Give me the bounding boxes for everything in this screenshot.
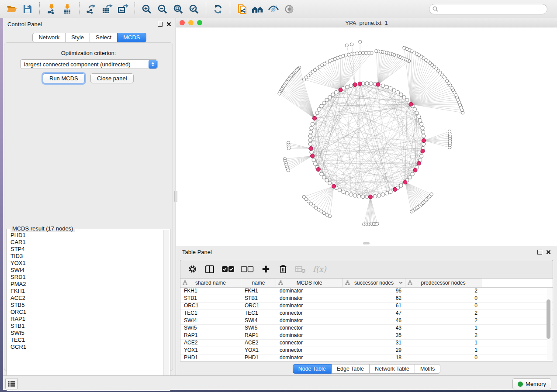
export-image-button[interactable]: [115, 2, 131, 16]
mcds-result-item[interactable]: PMA2: [7, 281, 164, 288]
add-column-button[interactable]: [260, 263, 271, 276]
mcds-result-item[interactable]: CAR1: [7, 239, 164, 246]
table-settings-button[interactable]: [187, 263, 198, 276]
table-row[interactable]: YOX1YOX1connector291: [180, 347, 553, 354]
home-button[interactable]: [250, 2, 266, 16]
network-hscroll-thumb[interactable]: [363, 242, 370, 244]
float-table-panel-icon[interactable]: [537, 250, 542, 254]
table-cell: STB1: [241, 295, 276, 302]
task-history-button[interactable]: [5, 378, 18, 389]
table-cell: PHD1: [241, 354, 276, 361]
mcds-result-item[interactable]: TEC1: [7, 337, 164, 344]
table-cell: RAP1: [180, 332, 241, 339]
mcds-result-item[interactable]: STB5: [7, 302, 164, 309]
eye-button[interactable]: [281, 2, 297, 16]
mcds-result-item[interactable]: YOX1: [7, 260, 164, 267]
network-window: YPA_prune.txt_1: [176, 18, 557, 246]
status-bar: Memory: [3, 375, 557, 390]
search-input[interactable]: [440, 6, 547, 13]
mcds-result-item[interactable]: SWI4: [7, 267, 164, 274]
close-panel-button[interactable]: Close panel: [90, 73, 134, 83]
tab-edge-table[interactable]: Edge Table: [331, 364, 370, 374]
zoom-in-button[interactable]: [139, 2, 155, 16]
network-canvas[interactable]: [176, 28, 557, 246]
mcds-list-scrollbar[interactable]: [163, 230, 170, 390]
tab-motifs[interactable]: Motifs: [415, 364, 440, 374]
column-header-successor-nodes[interactable]: successor nodes: [343, 279, 405, 287]
float-panel-icon[interactable]: [158, 22, 163, 27]
mcds-result-item[interactable]: STP4: [7, 246, 164, 253]
run-mcds-button[interactable]: Run MCDS: [43, 73, 85, 83]
import-network-button[interactable]: [44, 2, 59, 16]
tab-node-table[interactable]: Node Table: [293, 364, 332, 374]
search-field[interactable]: [429, 4, 547, 14]
table-row[interactable]: FKH1FKH1dominator962: [180, 288, 553, 295]
table-scrollbar-track[interactable]: [547, 288, 552, 360]
import-table-button[interactable]: [59, 2, 75, 16]
open-folder-icon: [6, 4, 17, 14]
network-window-titlebar[interactable]: YPA_prune.txt_1: [176, 18, 557, 28]
zoom-fit-icon: [173, 4, 183, 14]
mcds-result-item[interactable]: TID3: [7, 253, 164, 260]
tab-network[interactable]: Network: [32, 33, 66, 42]
mcds-result-item[interactable]: SWI5: [7, 330, 164, 337]
column-header-predecessor-nodes[interactable]: predecessor nodes: [405, 279, 481, 287]
delete-column-button[interactable]: [277, 263, 289, 276]
table-cell: 0: [405, 303, 481, 309]
table-cell-filler: [481, 317, 553, 324]
mcds-result-item[interactable]: ORC1: [7, 309, 164, 316]
memory-status-icon: [518, 382, 523, 387]
mcds-result-item[interactable]: STB1: [7, 323, 164, 330]
tab-network-table[interactable]: Network Table: [369, 364, 415, 374]
mcds-result-item[interactable]: FKH1: [7, 288, 164, 295]
optimization-criterion-select[interactable]: largest connected component (undirected): [20, 59, 158, 69]
show-columns-button[interactable]: [204, 263, 215, 276]
table-row[interactable]: RAP1RAP1dominator352: [180, 332, 553, 340]
mcds-result-item[interactable]: GCR1: [7, 344, 164, 351]
hide-eye-button[interactable]: [266, 2, 281, 16]
new-network-from-file-button[interactable]: [234, 2, 250, 16]
deselect-all-button[interactable]: [241, 263, 254, 276]
hide-eye-icon: [268, 4, 279, 14]
column-header-MCDS-role[interactable]: MCDS role: [276, 279, 343, 287]
table-row[interactable]: PHD1PHD1dominator180: [180, 354, 553, 361]
column-header-name[interactable]: name: [241, 279, 276, 287]
export-network-button[interactable]: [83, 2, 99, 16]
tab-mcds[interactable]: MCDS: [117, 33, 146, 42]
mcds-result-item[interactable]: ACE2: [7, 295, 164, 302]
table-row[interactable]: TEC1TEC1connector472: [180, 310, 553, 317]
table-cell-filler: [481, 303, 553, 309]
memory-button[interactable]: Memory: [512, 378, 551, 389]
save-button[interactable]: [20, 2, 35, 16]
table-cell: 61: [343, 303, 405, 309]
table-row[interactable]: ORC1ORC1dominator610: [180, 303, 553, 310]
select-all-button[interactable]: [221, 263, 235, 276]
tab-style[interactable]: Style: [65, 33, 90, 42]
table-cell: connector: [276, 310, 343, 317]
table-cell: 1: [405, 325, 481, 332]
column-header-shared-name[interactable]: shared name: [180, 279, 241, 287]
zoom-fit-button[interactable]: [170, 2, 186, 16]
table-row[interactable]: SWI4SWI4dominator462: [180, 317, 553, 325]
table-row[interactable]: ACE2ACE2connector311: [180, 340, 553, 347]
export-table-button[interactable]: [99, 2, 115, 16]
mcds-result-item[interactable]: RAP1: [7, 316, 164, 323]
plus-icon: [262, 265, 270, 273]
mcds-result-item[interactable]: SRD1: [7, 274, 164, 281]
refresh-button[interactable]: [210, 2, 226, 16]
zoom-selected-button[interactable]: [186, 2, 202, 16]
panel-splitter-handle[interactable]: [174, 191, 177, 202]
table-row[interactable]: STB1STB1dominator620: [180, 295, 553, 303]
tab-select[interactable]: Select: [90, 33, 118, 42]
mcds-result-list[interactable]: PHD1CAR1STP4TID3YOX1SWI4SRD1PMA2FKH1ACE2…: [7, 232, 164, 390]
open-file-button[interactable]: [4, 2, 20, 16]
memory-label: Memory: [526, 381, 546, 387]
mcds-result-item[interactable]: PHD1: [7, 232, 164, 239]
zoom-out-button[interactable]: [155, 2, 170, 16]
table-row[interactable]: SWI5SWI5connector431: [180, 325, 553, 332]
zoom-out-icon: [157, 4, 168, 14]
table-scrollbar-thumb[interactable]: [547, 299, 550, 339]
close-table-panel-icon[interactable]: [546, 250, 551, 254]
close-panel-icon[interactable]: [166, 22, 171, 27]
table-cell: SWI4: [241, 317, 276, 324]
